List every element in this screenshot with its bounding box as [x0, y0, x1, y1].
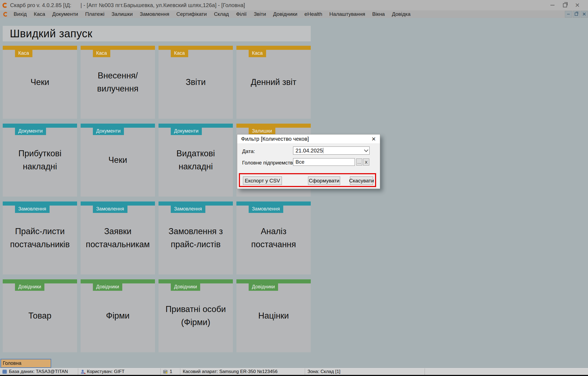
status-filler — [425, 368, 588, 375]
restore-icon — [575, 13, 578, 16]
menu-item-8[interactable]: Філії — [232, 11, 250, 18]
chevron-down-icon[interactable] — [364, 148, 368, 152]
status-zone-text: Зона: Склад [1] — [307, 369, 340, 374]
bottom-edge — [0, 375, 588, 376]
quick-launch-grid: Каса Чеки Каса Внесення/вилучення Каса З… — [3, 46, 311, 352]
status-database: База даних: TASA3@TITAN — [0, 368, 78, 375]
quick-launch-tile[interactable]: Довідники Приватні особи (Фірми) — [159, 279, 233, 352]
tile-label: Прибуткові накладні — [3, 124, 77, 197]
filter-dialog: Фильтр [Количество чеков] × Дата: 21.04.… — [237, 134, 380, 189]
mdi-child-icon — [3, 12, 8, 17]
menu-item-10[interactable]: Довідники — [270, 11, 301, 18]
tab-golovna[interactable]: Головна — [1, 359, 51, 368]
tile-label: Націнки — [236, 279, 311, 352]
status-cash-register: Касовий апарат: Samsung ER-350 №123456 — [180, 368, 305, 375]
database-icon — [2, 370, 7, 374]
quick-launch-tile[interactable]: Каса Чеки — [3, 46, 77, 119]
quick-launch-tile[interactable]: Каса Денний звіт — [236, 46, 311, 119]
status-bar: База даних: TASA3@TITAN Користувач: GIFT… — [0, 368, 588, 375]
menu-item-11[interactable]: eHealth — [301, 11, 326, 18]
menu-item-6[interactable]: Сертифікати — [173, 11, 211, 18]
user-icon — [81, 370, 85, 374]
mdi-restore-button[interactable] — [573, 11, 580, 18]
tile-label: Заявки постачальникам — [81, 201, 155, 274]
close-icon: × — [583, 11, 586, 17]
menu-item-5[interactable]: Замовлення — [136, 11, 173, 18]
status-user: Користувач: GIFT — [78, 368, 161, 375]
enterprise-field-label: Головне підприемство: — [242, 160, 297, 166]
menu-item-7[interactable]: Склад — [210, 11, 232, 18]
window-title: Скарб pro v. 4.0.2.85 [ІД: | - [Апт №003… — [10, 2, 245, 8]
quick-launch-tile[interactable]: Довідники Націнки — [236, 279, 311, 352]
date-value: 21.04.2025 — [295, 148, 323, 154]
enterprise-clear-button[interactable]: X — [363, 158, 369, 166]
menu-item-2[interactable]: Документи — [49, 11, 82, 18]
enterprise-input[interactable]: Все — [293, 158, 355, 166]
quick-launch-tile[interactable]: Довідники Товар — [3, 279, 77, 352]
enterprise-lookup-button[interactable]: … — [356, 158, 362, 166]
page-title: Швидкий запуск — [10, 27, 92, 40]
date-field-label: Дата: — [242, 148, 255, 154]
tile-label: Замовлення з прайс-листів — [159, 201, 233, 274]
quick-launch-tile[interactable]: Довідники Фірми — [81, 279, 155, 352]
highlight-rectangle: Експорт у CSV Сформувати Скасувати — [239, 173, 376, 187]
quick-launch-tile[interactable]: Замовлення Заявки постачальникам — [81, 201, 155, 274]
minimize-button[interactable] — [546, 1, 559, 10]
status-database-text: База даних: TASA3@TITAN — [9, 369, 68, 374]
status-receipt-count: 1 — [161, 368, 180, 375]
close-icon: × — [575, 1, 580, 9]
minimize-icon — [567, 14, 570, 14]
minimize-icon — [550, 5, 555, 5]
quick-launch-tile[interactable]: Каса Внесення/вилучення — [81, 46, 155, 119]
menu-item-13[interactable]: Вікна — [369, 11, 388, 18]
quick-launch-tile[interactable]: Документи Видаткові накладні — [159, 124, 233, 197]
tile-label: Чеки — [3, 46, 77, 119]
tile-label: Фірми — [81, 279, 155, 352]
quick-launch-tile[interactable]: Замовлення Прайс-листи постачальників — [3, 201, 77, 274]
tile-label: Аналіз постачання — [236, 201, 311, 274]
app-logo-icon — [2, 3, 8, 8]
dialog-close-icon[interactable]: × — [370, 135, 378, 143]
window-controls: × — [546, 1, 584, 10]
tile-label: Прайс-листи постачальників — [3, 201, 77, 274]
tile-label: Денний звіт — [236, 46, 311, 119]
quick-launch-tile[interactable]: Замовлення Аналіз постачання — [236, 201, 311, 274]
tile-label: Звіти — [159, 46, 233, 119]
quick-launch-header: Швидкий запуск — [3, 26, 311, 41]
cancel-button[interactable]: Скасувати — [350, 176, 373, 185]
menu-item-3[interactable]: Платежі — [82, 11, 108, 18]
status-cash-register-text: Касовий апарат: Samsung ER-350 №123456 — [183, 369, 278, 374]
quick-launch-tile[interactable]: Замовлення Замовлення з прайс-листів — [159, 201, 233, 274]
date-combobox[interactable]: 21.04.2025 — [293, 146, 370, 155]
restore-button[interactable] — [559, 1, 571, 10]
menu-bar: ВихідКасаДокументиПлатежіЗалишкиЗамовлен… — [0, 10, 588, 18]
menu-item-14[interactable]: Довідка — [388, 11, 414, 18]
quick-launch-tile[interactable]: Документи Чеки — [81, 124, 155, 197]
tile-label: Видаткові накладні — [159, 124, 233, 197]
menu-item-9[interactable]: Звіти — [250, 11, 270, 18]
receipt-printer-icon — [163, 370, 167, 374]
tile-label: Товар — [3, 279, 77, 352]
menu-item-12[interactable]: Налаштування — [326, 11, 368, 18]
dialog-title: Фильтр [Количество чеков] — [241, 136, 309, 142]
text-caret — [323, 148, 323, 153]
menu-item-4[interactable]: Залишки — [108, 11, 136, 18]
window-titlebar: Скарб pro v. 4.0.2.85 [ІД: | - [Апт №003… — [0, 0, 588, 10]
quick-launch-tile[interactable]: Документи Прибуткові накладні — [3, 124, 77, 197]
tile-label: Приватні особи (Фірми) — [159, 279, 233, 352]
tile-label: Чеки — [81, 124, 155, 197]
menu-item-0[interactable]: Вихід — [10, 11, 30, 18]
mdi-minimize-button[interactable] — [565, 11, 572, 18]
tile-label: Внесення/вилучення — [81, 46, 155, 119]
status-user-text: Користувач: GIFT — [87, 369, 124, 374]
mdi-close-button[interactable]: × — [581, 11, 588, 18]
quick-launch-tile[interactable]: Каса Звіти — [159, 46, 233, 119]
menu-item-1[interactable]: Каса — [30, 11, 49, 18]
menu-bar-items: ВихідКасаДокументиПлатежіЗалишкиЗамовлен… — [10, 11, 414, 18]
close-button[interactable]: × — [571, 1, 584, 10]
restore-icon — [563, 3, 567, 7]
generate-button[interactable]: Сформувати — [308, 176, 340, 185]
export-csv-button[interactable]: Експорт у CSV — [243, 176, 282, 185]
status-count-text: 1 — [170, 369, 172, 374]
tab-label: Головна — [3, 360, 21, 366]
